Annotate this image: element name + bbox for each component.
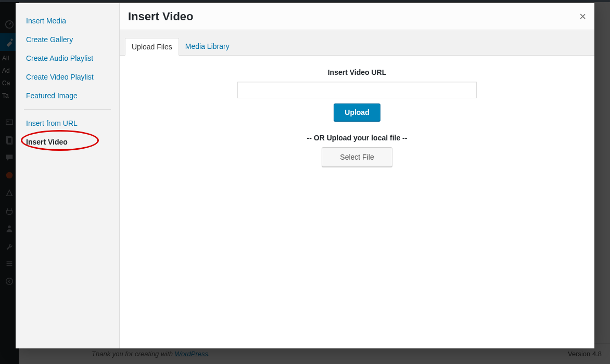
media-tabs-wrap: Upload Files Media Library	[120, 30, 594, 56]
media-sidebar: Insert Media Create Gallery Create Audio…	[16, 3, 120, 348]
sidebar-separator	[24, 109, 111, 110]
tab-media-library[interactable]: Media Library	[179, 38, 236, 56]
sidebar-insert-media[interactable]: Insert Media	[24, 11, 111, 30]
sidebar-create-audio-playlist[interactable]: Create Audio Playlist	[24, 49, 111, 68]
sidebar-create-gallery[interactable]: Create Gallery	[24, 30, 111, 49]
select-file-button[interactable]: Select File	[322, 147, 392, 167]
or-divider-text: -- OR Upload your local file --	[307, 134, 408, 142]
media-main: Insert Video × Upload Files Media Librar…	[120, 3, 594, 348]
url-label: Insert Video URL	[328, 68, 387, 76]
modal-title: Insert Video	[128, 10, 194, 23]
sidebar-featured-image[interactable]: Featured Image	[24, 86, 111, 105]
media-content: Insert Video URL Upload -- OR Upload you…	[120, 56, 594, 348]
sidebar-insert-from-url[interactable]: Insert from URL	[24, 114, 111, 133]
upload-button[interactable]: Upload	[334, 103, 380, 121]
media-modal: Insert Media Create Gallery Create Audio…	[16, 3, 594, 348]
media-header: Insert Video ×	[120, 3, 594, 30]
sidebar-insert-video[interactable]: Insert Video	[24, 133, 111, 151]
close-button[interactable]: ×	[579, 10, 586, 23]
sidebar-create-video-playlist[interactable]: Create Video Playlist	[24, 68, 111, 86]
video-url-input[interactable]	[237, 82, 477, 98]
tab-upload-files[interactable]: Upload Files	[125, 38, 179, 56]
media-tabs: Upload Files Media Library	[125, 37, 589, 55]
